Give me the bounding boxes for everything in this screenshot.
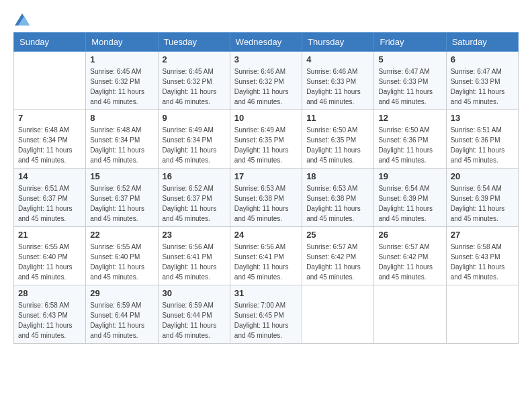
calendar-cell: 20Sunrise: 6:54 AMSunset: 6:39 PMDayligh… <box>446 169 518 227</box>
day-number: 24 <box>234 230 298 240</box>
day-detail: Sunrise: 6:49 AMSunset: 6:35 PMDaylight:… <box>234 125 298 165</box>
weekday-header-sunday: Sunday <box>14 33 86 52</box>
calendar-cell: 9Sunrise: 6:49 AMSunset: 6:34 PMDaylight… <box>158 110 230 169</box>
day-number: 8 <box>90 113 153 123</box>
calendar-cell: 6Sunrise: 6:47 AMSunset: 6:33 PMDaylight… <box>446 52 518 110</box>
day-detail: Sunrise: 6:47 AMSunset: 6:33 PMDaylight:… <box>451 66 514 107</box>
day-detail: Sunrise: 6:46 AMSunset: 6:32 PMDaylight:… <box>234 66 298 107</box>
calendar-cell: 18Sunrise: 6:53 AMSunset: 6:38 PMDayligh… <box>302 169 374 227</box>
day-number: 21 <box>18 230 81 240</box>
day-number: 3 <box>234 54 298 64</box>
weekday-header-tuesday: Tuesday <box>158 33 230 52</box>
day-number: 2 <box>163 54 226 64</box>
day-detail: Sunrise: 6:54 AMSunset: 6:39 PMDaylight:… <box>451 183 514 224</box>
calendar-cell: 28Sunrise: 6:58 AMSunset: 6:43 PMDayligh… <box>14 285 86 344</box>
day-detail: Sunrise: 6:51 AMSunset: 6:36 PMDaylight:… <box>451 125 514 165</box>
day-detail: Sunrise: 6:48 AMSunset: 6:34 PMDaylight:… <box>90 125 153 165</box>
calendar-cell: 7Sunrise: 6:48 AMSunset: 6:34 PMDaylight… <box>14 110 86 169</box>
day-number: 1 <box>90 54 153 64</box>
day-detail: Sunrise: 6:53 AMSunset: 6:38 PMDaylight:… <box>234 183 298 224</box>
day-detail: Sunrise: 6:59 AMSunset: 6:44 PMDaylight:… <box>163 300 226 340</box>
day-detail: Sunrise: 6:57 AMSunset: 6:42 PMDaylight:… <box>378 242 441 282</box>
calendar-cell <box>14 52 86 110</box>
day-number: 10 <box>234 113 298 123</box>
day-number: 23 <box>163 230 226 240</box>
day-number: 11 <box>306 113 369 123</box>
day-number: 14 <box>18 171 81 181</box>
day-number: 25 <box>306 230 369 240</box>
calendar-cell <box>374 285 446 344</box>
day-detail: Sunrise: 6:46 AMSunset: 6:33 PMDaylight:… <box>306 66 369 107</box>
calendar-cell: 12Sunrise: 6:50 AMSunset: 6:36 PMDayligh… <box>374 110 446 169</box>
calendar-table: SundayMondayTuesdayWednesdayThursdayFrid… <box>13 32 519 344</box>
day-detail: Sunrise: 6:56 AMSunset: 6:41 PMDaylight:… <box>234 242 298 282</box>
day-detail: Sunrise: 6:58 AMSunset: 6:43 PMDaylight:… <box>451 242 514 282</box>
weekday-header-friday: Friday <box>374 33 446 52</box>
day-detail: Sunrise: 6:57 AMSunset: 6:42 PMDaylight:… <box>306 242 369 282</box>
day-number: 13 <box>451 113 514 123</box>
day-number: 28 <box>18 288 81 298</box>
day-detail: Sunrise: 6:59 AMSunset: 6:44 PMDaylight:… <box>90 300 153 340</box>
day-detail: Sunrise: 6:48 AMSunset: 6:34 PMDaylight:… <box>18 125 81 165</box>
weekday-header-thursday: Thursday <box>302 33 374 52</box>
calendar-cell: 15Sunrise: 6:52 AMSunset: 6:37 PMDayligh… <box>86 169 158 227</box>
week-row-4: 21Sunrise: 6:55 AMSunset: 6:40 PMDayligh… <box>14 227 519 285</box>
calendar-cell: 19Sunrise: 6:54 AMSunset: 6:39 PMDayligh… <box>374 169 446 227</box>
day-detail: Sunrise: 6:45 AMSunset: 6:32 PMDaylight:… <box>90 66 153 107</box>
week-row-3: 14Sunrise: 6:51 AMSunset: 6:37 PMDayligh… <box>14 169 519 227</box>
day-detail: Sunrise: 6:45 AMSunset: 6:32 PMDaylight:… <box>163 66 226 107</box>
calendar-cell: 31Sunrise: 7:00 AMSunset: 6:45 PMDayligh… <box>230 285 302 344</box>
calendar-cell: 2Sunrise: 6:45 AMSunset: 6:32 PMDaylight… <box>158 52 230 110</box>
day-detail: Sunrise: 6:49 AMSunset: 6:34 PMDaylight:… <box>163 125 226 165</box>
day-detail: Sunrise: 6:50 AMSunset: 6:35 PMDaylight:… <box>306 125 369 165</box>
day-number: 26 <box>378 230 441 240</box>
day-number: 19 <box>378 171 441 181</box>
calendar-cell: 27Sunrise: 6:58 AMSunset: 6:43 PMDayligh… <box>446 227 518 285</box>
day-number: 12 <box>378 113 441 123</box>
calendar-cell: 29Sunrise: 6:59 AMSunset: 6:44 PMDayligh… <box>86 285 158 344</box>
week-row-2: 7Sunrise: 6:48 AMSunset: 6:34 PMDaylight… <box>14 110 519 169</box>
calendar-cell: 3Sunrise: 6:46 AMSunset: 6:32 PMDaylight… <box>230 52 302 110</box>
day-number: 6 <box>451 54 514 64</box>
week-row-1: 1Sunrise: 6:45 AMSunset: 6:32 PMDaylight… <box>14 52 519 110</box>
calendar-cell: 30Sunrise: 6:59 AMSunset: 6:44 PMDayligh… <box>158 285 230 344</box>
day-detail: Sunrise: 7:00 AMSunset: 6:45 PMDaylight:… <box>234 300 298 340</box>
weekday-header-wednesday: Wednesday <box>230 33 302 52</box>
day-detail: Sunrise: 6:51 AMSunset: 6:37 PMDaylight:… <box>18 183 81 224</box>
day-detail: Sunrise: 6:53 AMSunset: 6:38 PMDaylight:… <box>306 183 369 224</box>
calendar-cell: 21Sunrise: 6:55 AMSunset: 6:40 PMDayligh… <box>14 227 86 285</box>
calendar-cell: 14Sunrise: 6:51 AMSunset: 6:37 PMDayligh… <box>14 169 86 227</box>
day-number: 16 <box>163 171 226 181</box>
week-row-5: 28Sunrise: 6:58 AMSunset: 6:43 PMDayligh… <box>14 285 519 344</box>
calendar-cell: 5Sunrise: 6:47 AMSunset: 6:33 PMDaylight… <box>374 52 446 110</box>
day-number: 15 <box>90 171 153 181</box>
weekday-header-row: SundayMondayTuesdayWednesdayThursdayFrid… <box>14 33 519 52</box>
calendar-cell: 4Sunrise: 6:46 AMSunset: 6:33 PMDaylight… <box>302 52 374 110</box>
logo <box>13 13 30 26</box>
day-number: 18 <box>306 171 369 181</box>
day-number: 9 <box>163 113 226 123</box>
calendar-cell: 1Sunrise: 6:45 AMSunset: 6:32 PMDaylight… <box>86 52 158 110</box>
day-number: 7 <box>18 113 81 123</box>
day-detail: Sunrise: 6:58 AMSunset: 6:43 PMDaylight:… <box>18 300 81 340</box>
calendar-cell: 13Sunrise: 6:51 AMSunset: 6:36 PMDayligh… <box>446 110 518 169</box>
day-detail: Sunrise: 6:56 AMSunset: 6:41 PMDaylight:… <box>163 242 226 282</box>
calendar-cell: 22Sunrise: 6:55 AMSunset: 6:40 PMDayligh… <box>86 227 158 285</box>
day-number: 22 <box>90 230 153 240</box>
calendar-cell: 23Sunrise: 6:56 AMSunset: 6:41 PMDayligh… <box>158 227 230 285</box>
logo-icon <box>15 13 30 26</box>
weekday-header-saturday: Saturday <box>446 33 518 52</box>
day-number: 30 <box>163 288 226 298</box>
weekday-header-monday: Monday <box>86 33 158 52</box>
page-header <box>13 13 519 26</box>
day-number: 31 <box>234 288 298 298</box>
calendar-cell: 24Sunrise: 6:56 AMSunset: 6:41 PMDayligh… <box>230 227 302 285</box>
calendar-cell: 25Sunrise: 6:57 AMSunset: 6:42 PMDayligh… <box>302 227 374 285</box>
calendar-cell <box>302 285 374 344</box>
day-number: 5 <box>378 54 441 64</box>
calendar-cell: 8Sunrise: 6:48 AMSunset: 6:34 PMDaylight… <box>86 110 158 169</box>
day-number: 27 <box>451 230 514 240</box>
calendar-cell: 10Sunrise: 6:49 AMSunset: 6:35 PMDayligh… <box>230 110 302 169</box>
day-detail: Sunrise: 6:47 AMSunset: 6:33 PMDaylight:… <box>378 66 441 107</box>
day-number: 17 <box>234 171 298 181</box>
